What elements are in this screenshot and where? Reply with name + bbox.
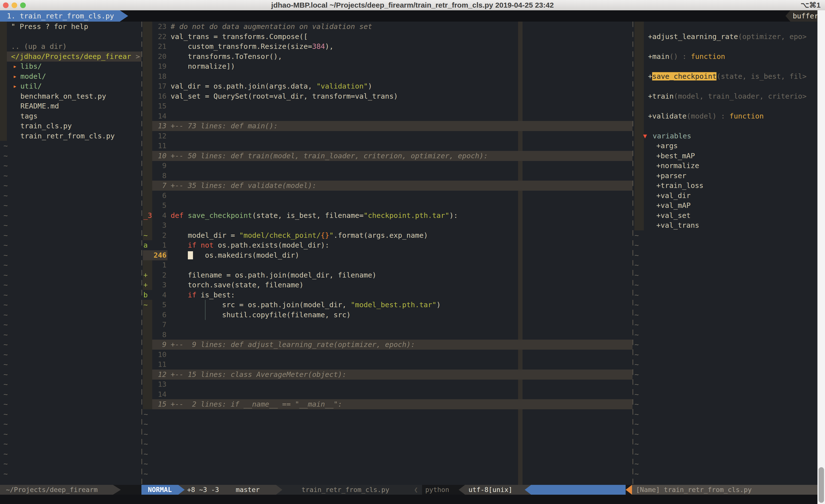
code-line[interactable]: 1 [141, 260, 632, 270]
code-token: src = os.path.join(model_dir, [171, 301, 351, 309]
code-line[interactable]: 4_3def save_checkpoint(state, is_best, f… [141, 211, 632, 221]
tagbar-tag[interactable]: +validate(model) : function [633, 111, 817, 121]
tagbar-member-label: +args [656, 141, 678, 151]
tilde-icon: ~ [3, 320, 8, 330]
code-line[interactable]: 19 normalize]) [141, 61, 632, 71]
tilde-icon: ~ [3, 290, 8, 300]
tagbar-member[interactable]: +args [633, 141, 817, 151]
line-number: 1 [152, 240, 166, 250]
tagbar-member[interactable]: +val_trans [633, 220, 817, 230]
nerdtree-item-dir[interactable]: ▸util/ [0, 81, 141, 91]
nerdtree-item-up[interactable]: .. (up a dir) [0, 41, 141, 52]
tagbar-blank-line [633, 61, 817, 71]
empty-line-marker: ~ [633, 369, 817, 380]
tilde-icon: ~ [634, 409, 639, 419]
code-line[interactable]: 8 [141, 171, 632, 181]
tagbar-member[interactable]: +normalize [633, 161, 817, 171]
command-line [0, 495, 825, 504]
code-line[interactable]: 10 [141, 350, 632, 360]
code-line[interactable]: 1a if not os.path.exists(model_dir): [141, 240, 632, 250]
code-line[interactable]: 11 [141, 359, 632, 369]
tagbar-section[interactable]: ▼variables [633, 131, 817, 141]
code-line[interactable]: 15 [141, 101, 632, 111]
tagbar-member[interactable]: +val_set [633, 211, 817, 221]
code-line[interactable]: 22val_trans = transforms.Compose([ [141, 32, 632, 42]
code-line[interactable]: 2+ filename = os.path.join(model_dir, fi… [141, 270, 632, 280]
tagbar-member[interactable]: +train_loss [633, 181, 817, 191]
tagbar-member[interactable]: +parser [633, 171, 817, 181]
tilde-icon: ~ [144, 439, 148, 449]
nerdtree-item-root[interactable]: </jdhao/Projects/deep_firear> [0, 52, 141, 62]
folded-line[interactable]: 7+-- 35 lines: def validate(model): [141, 181, 632, 191]
code-line[interactable]: 23# do not do data augmentation on valid… [141, 22, 632, 32]
tilde-icon: ~ [144, 449, 148, 459]
macos-scrollbar[interactable] [817, 10, 825, 504]
macos-scrollbar-thumb[interactable] [819, 467, 824, 503]
tagbar-tag-text: +main [648, 52, 669, 61]
nerdtree-dir-label: libs/ [20, 61, 42, 71]
code-token: if [188, 241, 197, 249]
code-line[interactable]: 246 os.makedirs(model_dir) [141, 250, 632, 260]
code-line[interactable]: 2~ model_dir = "model/check_point/{}".fo… [141, 230, 632, 241]
code-line[interactable]: 9 [141, 161, 632, 171]
tab-train-retr-from-cls[interactable]: 1. train_retr_from_cls.py [0, 10, 128, 22]
tagbar-member-label: +train_loss [656, 181, 703, 191]
tilde-icon: ~ [634, 260, 639, 270]
code-line[interactable]: 20 transforms.ToTensor(), [141, 52, 632, 62]
code-line[interactable]: 17val_dir = os.path.join(args.data, "val… [141, 81, 632, 91]
nerdtree-item-dir[interactable]: ▸model/ [0, 71, 141, 81]
empty-line-marker: ~ [0, 409, 141, 419]
code-line[interactable]: 14 [141, 111, 632, 121]
folded-line[interactable]: 15+-- 2 lines: if __name__ == "__main__"… [141, 399, 632, 409]
code-line[interactable]: 5 [141, 200, 632, 211]
code-line[interactable]: 7 [141, 320, 632, 330]
folded-line[interactable]: 10+-- 50 lines: def train(model, train_l… [141, 151, 632, 161]
code-line[interactable]: 16val_set = QuerySet(root=val_dir, trans… [141, 91, 632, 101]
nerdtree-item-file[interactable]: train_cls.py [0, 121, 141, 131]
code-line[interactable]: 21 custom_transform.Resize(size=384), [141, 41, 632, 52]
code-line[interactable]: 18 [141, 71, 632, 81]
folded-line[interactable]: 13+-- 73 lines: def main(): [141, 121, 632, 131]
nerdtree-item-dir[interactable]: ▸libs/ [0, 61, 141, 71]
nerdtree-item-file[interactable]: README.md [0, 101, 141, 111]
tagbar-member[interactable]: +val_dir [633, 191, 817, 201]
code-line[interactable]: 6 [141, 191, 632, 201]
tagbar-tag-text: +train [648, 92, 674, 100]
tagbar-tag[interactable]: +adjust_learning_rate(optimizer, epo> [633, 32, 817, 42]
tagbar-tag[interactable]: +save_checkpoint(state, is_best, fil> [633, 71, 817, 81]
empty-line-marker: ~ [141, 449, 632, 459]
code-line[interactable]: 3+ torch.save(state, filename) [141, 280, 632, 290]
tagbar-tag[interactable]: +main() : function [633, 52, 817, 62]
tilde-icon: ~ [3, 459, 8, 469]
folded-line[interactable]: 12+-- 15 lines: class AverageMeter(objec… [141, 369, 632, 380]
tagbar-blank-line [633, 22, 817, 32]
code-line[interactable]: 6 shutil.copyfile(filename, src) [141, 310, 632, 320]
tagbar-member[interactable]: +val_mAP [633, 200, 817, 211]
code-line[interactable]: 14 [141, 390, 632, 400]
code-line[interactable]: 11 [141, 141, 632, 151]
folded-line[interactable]: 9+-- 9 lines: def adjust_learning_rate(o… [141, 340, 632, 350]
nerdtree-item-file[interactable]: benchmark_on_test.py [0, 91, 141, 101]
tilde-icon: ~ [634, 270, 639, 280]
code-line[interactable]: 8 [141, 330, 632, 340]
nerdtree-panel: " Press ? for help.. (up a dir)</jdhao/P… [0, 22, 141, 485]
tilde-icon: ~ [3, 359, 8, 369]
empty-line-marker: ~ [0, 320, 141, 330]
tagbar-member[interactable]: +best_mAP [633, 151, 817, 161]
nerdtree-root-path[interactable]: </jdhao/Projects/deep_firear [11, 52, 131, 62]
code-line[interactable]: 3 [141, 220, 632, 230]
mode-indicator: NORMAL [141, 485, 178, 495]
gitgutter-sign: ~ [143, 230, 148, 241]
code-line[interactable]: 13 [141, 380, 632, 390]
window-separator-right[interactable] [632, 22, 633, 485]
code-line[interactable]: 5~ src = os.path.join(model_dir, "model_… [141, 300, 632, 310]
line-number: 12 [152, 369, 166, 380]
tagbar-tag[interactable]: +train(model, train_loader, criterio> [633, 91, 817, 101]
tilde-icon: ~ [3, 390, 8, 400]
code-line[interactable]: 12 [141, 131, 632, 141]
empty-line-marker: ~ [141, 459, 632, 469]
nerdtree-item-file[interactable]: train_retr_from_cls.py [0, 131, 141, 141]
tagbar-tag: +save_checkpoint(state, is_best, fil> [648, 71, 807, 81]
nerdtree-item-file[interactable]: tags [0, 111, 141, 121]
code-line[interactable]: 4b if is_best: [141, 290, 632, 300]
